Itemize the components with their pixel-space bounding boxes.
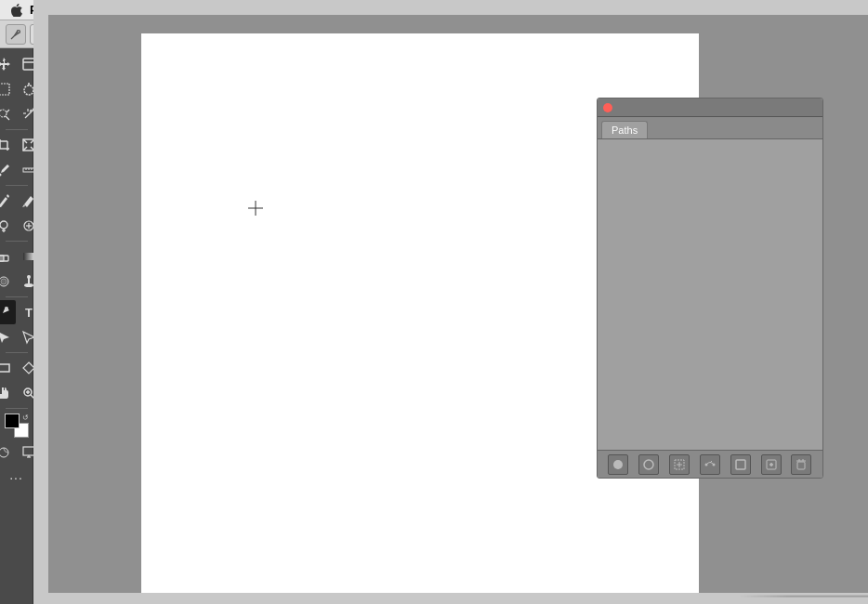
svg-rect-72 — [797, 462, 805, 469]
main-area: T — [0, 48, 868, 604]
paths-panel: Paths — [597, 98, 823, 479]
new-path-button[interactable] — [761, 454, 782, 475]
paths-panel-titlebar — [598, 98, 822, 117]
rectangular-marquee-tool[interactable] — [0, 77, 16, 101]
quick-mask-mode[interactable] — [0, 440, 16, 465]
paths-panel-body[interactable] — [598, 139, 822, 450]
toolbar-sep-4 — [6, 296, 28, 297]
svg-point-46 — [24, 283, 33, 287]
add-mask-button[interactable] — [730, 454, 751, 475]
vertical-ruler-canvas — [33, 15, 48, 593]
more-tools[interactable]: ··· — [5, 466, 29, 490]
svg-point-48 — [27, 275, 31, 279]
toolbar: T — [0, 48, 33, 604]
toolbar-sep-2 — [6, 185, 28, 186]
foreground-color-swatch[interactable] — [5, 414, 20, 428]
svg-line-16 — [6, 116, 9, 120]
left-ruler — [33, 15, 48, 593]
quick-select-tool[interactable] — [0, 102, 16, 126]
svg-point-0 — [18, 30, 20, 33]
canvas-window: Untitled-1 @ 50% (RGB/8) « — [33, 0, 868, 604]
type-icon: T — [25, 306, 33, 320]
crosshair-vertical — [256, 201, 256, 216]
stroke-path-button[interactable] — [638, 454, 659, 475]
svg-point-13 — [24, 85, 33, 95]
clone-stamp-tool[interactable] — [0, 214, 16, 238]
svg-point-60 — [613, 460, 623, 469]
path-selection-tool[interactable] — [0, 325, 16, 349]
svg-rect-42 — [0, 256, 4, 261]
paths-panel-close-button[interactable] — [603, 103, 612, 112]
apple-icon[interactable] — [7, 1, 26, 20]
blur-tool[interactable] — [0, 269, 16, 294]
cursor-crosshair — [248, 201, 263, 216]
toolbar-sep-5 — [6, 352, 28, 353]
rectangle-tool[interactable] — [0, 356, 16, 380]
svg-rect-50 — [0, 364, 9, 372]
color-swatches[interactable]: ↺ — [5, 414, 29, 438]
toolbar-sep-3 — [6, 241, 28, 242]
load-selection-button[interactable] — [669, 454, 690, 475]
svg-point-61 — [644, 460, 653, 469]
svg-point-35 — [0, 221, 7, 229]
svg-point-45 — [1, 279, 7, 284]
make-work-path-button[interactable] — [700, 454, 720, 475]
eyedropper-tool[interactable] — [0, 158, 16, 182]
ellipsis-icon: ··· — [9, 470, 23, 485]
reset-colors-icon[interactable]: ↺ — [22, 414, 29, 422]
paths-panel-tabs: Paths — [598, 117, 822, 139]
move-tool[interactable] — [0, 52, 16, 76]
hand-tool[interactable] — [0, 381, 16, 405]
svg-rect-12 — [0, 84, 9, 95]
pen-tool[interactable] — [0, 300, 16, 324]
fill-path-button[interactable] — [608, 454, 628, 475]
svg-rect-68 — [736, 460, 745, 469]
crop-tool[interactable] — [0, 133, 16, 157]
pen-tool-icon-btn[interactable] — [6, 24, 26, 45]
eraser-tool[interactable] — [0, 244, 16, 269]
paths-tab[interactable]: Paths — [601, 121, 648, 138]
svg-line-17 — [25, 111, 33, 118]
svg-point-15 — [0, 110, 7, 117]
paths-panel-footer — [598, 450, 822, 478]
brush-tool[interactable] — [0, 189, 16, 213]
toolbar-sep-1 — [6, 129, 28, 130]
svg-point-49 — [5, 307, 8, 310]
svg-point-30 — [0, 174, 2, 177]
toolbar-sep-6 — [6, 408, 28, 409]
delete-path-button[interactable] — [791, 454, 811, 475]
